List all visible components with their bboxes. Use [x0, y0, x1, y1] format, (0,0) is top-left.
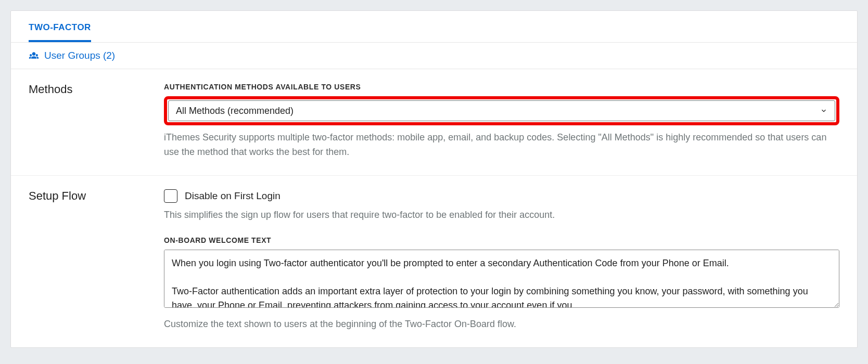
tabs-row: TWO-FACTOR — [11, 11, 857, 43]
section-body-methods: AUTHENTICATION METHODS AVAILABLE TO USER… — [164, 83, 839, 160]
onboard-label: ON-BOARD WELCOME TEXT — [164, 236, 839, 244]
disable-first-login-row: Disable on First Login — [164, 189, 839, 203]
section-methods: Methods AUTHENTICATION METHODS AVAILABLE… — [11, 69, 857, 175]
auth-methods-select[interactable]: All Methods (recommended) — [168, 100, 835, 121]
user-groups-link[interactable]: User Groups (2) — [11, 43, 857, 69]
settings-card: TWO-FACTOR User Groups (2) Methods AUTHE… — [10, 10, 858, 348]
disable-first-login-checkbox[interactable] — [164, 189, 177, 203]
disable-first-login-label[interactable]: Disable on First Login — [185, 190, 280, 202]
auth-methods-help: iThemes Security supports multiple two-f… — [164, 131, 839, 160]
tab-two-factor[interactable]: TWO-FACTOR — [29, 11, 91, 42]
onboard-help: Customize the text shown to users at the… — [164, 317, 839, 332]
users-icon — [29, 50, 39, 61]
section-body-setup-flow: Disable on First Login This simplifies t… — [164, 189, 839, 332]
section-heading-setup-flow: Setup Flow — [29, 189, 154, 332]
section-setup-flow: Setup Flow Disable on First Login This s… — [11, 175, 857, 347]
disable-first-login-help: This simplifies the sign up flow for use… — [164, 208, 839, 223]
chevron-down-icon — [820, 107, 827, 114]
user-groups-label: User Groups (2) — [44, 50, 115, 61]
highlight-box: All Methods (recommended) — [164, 96, 839, 125]
onboard-welcome-textarea[interactable] — [164, 250, 839, 308]
section-heading-methods: Methods — [29, 83, 154, 160]
auth-methods-select-value: All Methods (recommended) — [176, 106, 293, 116]
onboard-block: ON-BOARD WELCOME TEXT Customize the text… — [164, 236, 839, 332]
auth-methods-label: AUTHENTICATION METHODS AVAILABLE TO USER… — [164, 83, 839, 91]
